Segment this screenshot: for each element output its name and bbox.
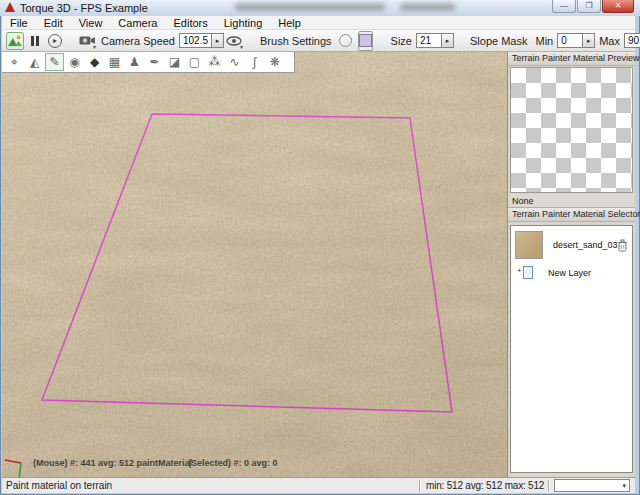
torque-logo-icon [5,2,15,12]
terrain-viewport[interactable]: (Mouse) #: 441 avg: 512 paintMaterial (S… [2,52,507,477]
brush-settings-label: Brush Settings [260,35,332,47]
brush-circle-button[interactable] [337,32,355,50]
brush-size-label: Size [391,35,412,47]
material-preview-caption: None [508,194,635,208]
minimize-button[interactable]: — [552,0,576,13]
square-brush-icon [359,34,372,47]
editor-tools-palette: ⌖ ◭ ✎ ◉ ◆ ▦ ♟ ✒ ◪ ▢ ⁂ ∿ ʃ ❋ [2,52,295,73]
camera-speed-spinner[interactable]: ▸ [212,33,224,48]
mesh-road-editor-icon[interactable]: ∿ [225,53,244,71]
chevron-down-icon: ▾ [93,44,96,50]
brush-square-button[interactable] [358,31,373,51]
status-bar: Paint material on terrain min: 512 avg: … [2,477,635,493]
delete-material-button[interactable] [618,238,627,256]
camera-speed-label: Camera Speed [101,35,175,47]
datablock-editor-icon[interactable]: ▦ [105,53,124,71]
material-preview-checkerboard [510,67,633,193]
slope-min-label: Min [535,35,553,47]
slope-max-input[interactable]: 90 [624,33,640,48]
slope-min-spinner[interactable]: ▸ [583,33,595,48]
material-preview-header: Terrain Painter Material Preview [508,52,635,66]
play-button[interactable]: ▸ [46,32,64,50]
forest-editor-icon[interactable]: ✒ [145,53,164,71]
mountain-sun-icon [7,34,23,47]
brush-size-spinner[interactable]: ▸ [442,33,454,48]
pause-icon [31,36,39,46]
status-dropdown[interactable]: ▾ [554,479,630,492]
new-layer-page-icon [523,266,533,279]
new-layer-label: New Layer [548,268,591,278]
slope-max-label: Max [599,35,620,47]
trash-icon [618,239,627,252]
menu-edit[interactable]: Edit [36,16,71,30]
plus-icon: + [517,266,522,275]
river-editor-icon[interactable]: ◪ [165,53,184,71]
chevron-down-icon: ▾ [622,482,629,490]
world-editor-button[interactable] [6,32,24,50]
material-selector-header: Terrain Painter Material Selector [508,208,635,222]
object-editor-icon[interactable]: ⌖ [5,53,24,71]
menu-lighting[interactable]: Lighting [216,16,271,30]
menu-view[interactable]: View [71,16,111,30]
mouse-stats-readout: (Mouse) #: 441 avg: 512 paintMaterial [33,458,192,468]
menu-camera[interactable]: Camera [110,16,165,30]
terrain-painter-panel: Terrain Painter Material Preview None Te… [507,52,635,477]
titlebar[interactable]: Torque 3D - FPS Example — ❐ ✕ [0,0,640,16]
circle-brush-icon [339,34,352,47]
maximize-button[interactable]: ❐ [577,0,601,13]
sketch-tool-icon[interactable]: ◆ [85,53,104,71]
material-list: desert_sand_03 + New Layer [510,225,633,473]
brush-size-control: 21 ▸ [416,33,454,48]
camera-speed-input[interactable]: 102.5 [179,33,212,48]
window-controls: — ❐ ✕ [551,0,634,13]
road-path-editor-icon[interactable]: ʃ [245,53,264,71]
camera-menu-button[interactable]: ▾ [78,32,96,50]
slope-max-control: 90 ▸ [624,33,640,48]
menu-help[interactable]: Help [270,16,309,30]
close-button[interactable]: ✕ [602,0,634,13]
client-area: File Edit View Camera Editors Lighting H… [2,16,635,493]
material-list-item[interactable]: desert_sand_03 [511,226,632,264]
particle-editor-icon[interactable]: ⁂ [205,53,224,71]
pause-button[interactable] [26,32,44,50]
menu-bar: File Edit View Camera Editors Lighting H… [2,16,635,30]
selected-stats-readout: (Selected) #: 0 avg: 0 [188,458,278,468]
new-layer-button[interactable]: + New Layer [511,264,632,283]
terrain-lighting-tone [2,52,507,477]
status-divider [548,480,549,492]
mission-area-editor-icon[interactable]: ▢ [185,53,204,71]
status-message: Paint material on terrain [2,480,419,491]
chevron-down-icon: ▾ [240,44,243,50]
terrain-editor-icon[interactable]: ◭ [25,53,44,71]
titlebar-background-smudge [235,3,385,11]
height-stats-readout: min: 512 avg: 512 max: 512 [420,480,548,491]
decal-editor-icon[interactable]: ♟ [125,53,144,71]
brush-size-input[interactable]: 21 [416,33,442,48]
menu-editors[interactable]: Editors [165,16,215,30]
play-icon: ▸ [48,34,62,48]
material-thumbnail [515,231,543,259]
slope-min-control: 0 ▸ [557,33,595,48]
app-window: Torque 3D - FPS Example — ❐ ✕ File Edit … [0,0,640,495]
slope-min-input[interactable]: 0 [557,33,583,48]
main-toolbar: ▸ ▾ Camera Speed 102.5 ▸ [2,30,635,52]
terrain-painter-icon[interactable]: ✎ [45,53,64,71]
camera-speed-control: 102.5 ▸ [179,33,224,48]
material-name-label: desert_sand_03 [553,240,618,250]
material-editor-icon[interactable]: ◉ [65,53,84,71]
slope-mask-label: Slope Mask [470,35,527,47]
visibility-menu-button[interactable]: ▾ [225,32,243,50]
titlebar-background-smudge [400,3,455,11]
menu-file[interactable]: File [2,16,36,30]
shape-editor-icon[interactable]: ❋ [265,53,284,71]
window-title: Torque 3D - FPS Example [20,2,148,14]
